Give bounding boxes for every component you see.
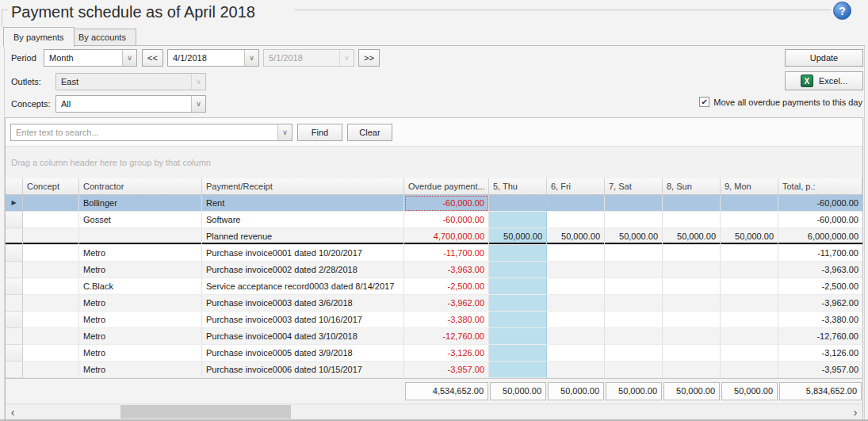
next-period-button[interactable]: >> <box>358 49 380 67</box>
cell-day9[interactable] <box>721 295 778 312</box>
cell-day9[interactable] <box>721 345 778 362</box>
cell-contractor[interactable]: Metro <box>79 262 202 278</box>
column-header-day8[interactable]: 8, Sun <box>663 178 721 195</box>
cell-day7[interactable] <box>605 212 663 228</box>
excel-export-button[interactable]: X Excel... <box>785 71 863 90</box>
table-row[interactable]: Metro Purchase invoice0003 dated 10/16/2… <box>6 312 862 328</box>
cell-overdue[interactable]: -3,957.00 <box>404 362 489 378</box>
checkbox-check-icon[interactable]: ✔ <box>699 97 709 107</box>
cell-payment[interactable]: Purchase invoice0004 dated 3/10/2018 <box>202 328 404 345</box>
cell-concept[interactable] <box>23 262 79 278</box>
cell-overdue[interactable]: -3,380.00 <box>404 312 489 328</box>
cell-day5[interactable] <box>489 328 547 345</box>
scroll-left-icon[interactable]: ‹ <box>6 404 20 419</box>
cell-payment[interactable]: Purchase invoice0001 dated 10/20/2017 <box>202 245 404 262</box>
cell-day8[interactable] <box>663 245 721 262</box>
prev-period-button[interactable]: << <box>142 49 163 67</box>
cell-payment[interactable]: Purchase invoice0003 dated 10/16/2017 <box>202 312 404 328</box>
table-row[interactable]: C.Black Service acceptance record0003 da… <box>6 278 862 295</box>
cell-concept[interactable] <box>23 312 79 328</box>
cell-day5[interactable] <box>489 212 547 228</box>
cell-payment[interactable]: Purchase invoice0003 dated 3/6/2018 <box>202 295 404 312</box>
column-header-payment[interactable]: Payment/Receipt <box>202 178 404 195</box>
cell-day8[interactable] <box>663 262 721 278</box>
cell-day9[interactable] <box>721 278 778 295</box>
column-header-concept[interactable]: Concept <box>23 178 79 195</box>
cell-day6[interactable] <box>547 195 605 212</box>
cell-day8[interactable] <box>663 312 721 328</box>
cell-day9[interactable] <box>721 262 778 278</box>
cell-payment[interactable]: Purchase invoice0005 dated 3/9/2018 <box>202 345 404 362</box>
cell-total[interactable]: -3,957.00 <box>778 362 862 378</box>
cell-contractor[interactable]: Gosset <box>79 212 202 228</box>
cell-day6[interactable] <box>547 212 605 228</box>
cell-day7[interactable] <box>605 345 663 362</box>
cell-day6[interactable] <box>547 312 605 328</box>
cell-day6[interactable]: 50,000.00 <box>547 228 605 245</box>
cell-overdue[interactable]: -3,126.00 <box>404 345 489 362</box>
column-header-total[interactable]: Total, p.: <box>778 178 862 195</box>
cell-day7[interactable] <box>605 195 663 212</box>
cell-concept[interactable] <box>23 212 79 228</box>
help-icon[interactable]: ? <box>833 2 851 20</box>
period-select[interactable]: Month ∨ <box>44 49 137 67</box>
cell-total[interactable]: -12,760.00 <box>778 328 862 345</box>
group-by-panel[interactable]: Drag a column header here to group by th… <box>6 147 862 178</box>
cell-payment[interactable]: Service acceptance record0003 dated 8/14… <box>202 278 404 295</box>
cell-day5[interactable] <box>489 362 547 378</box>
tab-by-accounts[interactable]: By accounts <box>68 29 136 46</box>
date-from-select[interactable]: 4/1/2018 ∨ <box>167 49 259 67</box>
search-box[interactable]: ∨ <box>10 124 293 141</box>
cell-total[interactable]: 6,000,000.00 <box>778 228 862 245</box>
cell-total[interactable]: -3,126.00 <box>778 345 862 362</box>
scrollbar-thumb[interactable] <box>120 405 291 419</box>
column-header-contractor[interactable]: Contractor <box>79 178 202 195</box>
cell-total[interactable]: -3,963.00 <box>778 262 862 278</box>
chevron-down-icon[interactable]: ∨ <box>244 50 258 66</box>
horizontal-scrollbar[interactable]: ‹ › <box>6 404 862 419</box>
cell-payment[interactable]: Purchase invoice0002 dated 2/28/2018 <box>202 262 404 278</box>
cell-concept[interactable] <box>23 345 79 362</box>
cell-day9[interactable] <box>721 312 778 328</box>
cell-day7[interactable] <box>605 245 663 262</box>
cell-day5[interactable] <box>489 278 547 295</box>
column-header-day5[interactable]: 5, Thu <box>489 178 547 195</box>
cell-day5[interactable]: 50,000.00 <box>489 228 547 245</box>
cell-concept[interactable] <box>23 195 79 212</box>
cell-payment[interactable]: Planned revenue <box>202 228 404 245</box>
cell-contractor[interactable] <box>79 228 202 245</box>
cell-day9[interactable] <box>721 195 778 212</box>
cell-day7[interactable] <box>605 362 663 378</box>
cell-total[interactable]: -60,000.00 <box>778 195 862 212</box>
cell-concept[interactable] <box>23 295 79 312</box>
column-header-overdue[interactable]: Overdue payment... <box>404 178 489 195</box>
cell-day6[interactable] <box>547 245 605 262</box>
cell-day8[interactable] <box>663 345 721 362</box>
cell-payment[interactable]: Purchase invoice0006 dated 10/15/2017 <box>202 362 404 378</box>
table-row[interactable]: Metro Purchase invoice0002 dated 2/28/20… <box>6 262 862 278</box>
cell-contractor[interactable]: Metro <box>79 328 202 345</box>
column-header-day9[interactable]: 9, Mon <box>721 178 778 195</box>
table-row[interactable]: Metro Purchase invoice0001 dated 10/20/2… <box>6 245 862 262</box>
cell-day8[interactable] <box>663 295 721 312</box>
cell-total[interactable]: -11,700.00 <box>778 245 862 262</box>
table-row[interactable]: Gosset Software -60,000.00 -60,000.00 <box>6 212 862 228</box>
cell-day5[interactable] <box>489 195 547 212</box>
table-row[interactable]: Metro Purchase invoice0003 dated 3/6/201… <box>6 295 862 312</box>
cell-total[interactable]: -2,500.00 <box>778 278 862 295</box>
cell-concept[interactable] <box>23 278 79 295</box>
cell-day9[interactable]: 50,000.00 <box>721 228 778 245</box>
cell-contractor[interactable]: Metro <box>79 295 202 312</box>
cell-day8[interactable]: 50,000.00 <box>663 228 721 245</box>
cell-day5[interactable] <box>489 295 547 312</box>
cell-total[interactable]: -3,962.00 <box>778 295 862 312</box>
cell-contractor[interactable]: C.Black <box>79 278 202 295</box>
chevron-down-icon[interactable]: ∨ <box>122 50 136 66</box>
cell-contractor[interactable]: Metro <box>79 312 202 328</box>
cell-overdue[interactable]: -11,700.00 <box>404 245 489 262</box>
tab-by-payments[interactable]: By payments <box>3 27 75 47</box>
cell-day9[interactable] <box>721 328 778 345</box>
cell-contractor[interactable]: Metro <box>79 362 202 378</box>
cell-day9[interactable] <box>721 212 778 228</box>
cell-day9[interactable] <box>721 245 778 262</box>
